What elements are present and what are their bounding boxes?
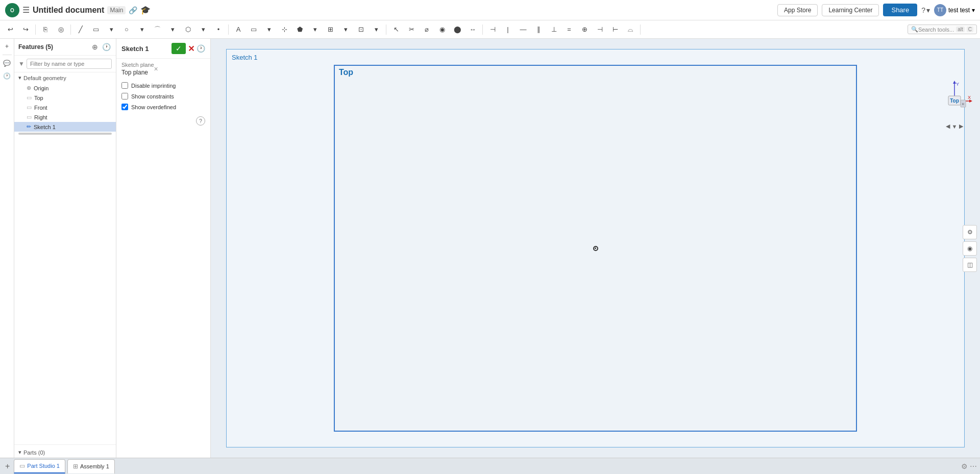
- constraint-fix[interactable]: ⊣: [485, 22, 500, 37]
- app-store-button[interactable]: App Store: [777, 4, 818, 16]
- share-button[interactable]: Share: [883, 4, 917, 16]
- sketch-confirm-button[interactable]: ✓: [172, 43, 186, 54]
- undo-button[interactable]: ↩: [3, 22, 17, 37]
- search-tools[interactable]: 🔍 Search tools... alt C: [908, 24, 977, 34]
- sketch-panel-header: Sketch 1 ✓ ✕ 🕐: [116, 39, 210, 59]
- convert-tool[interactable]: ⬤: [450, 22, 464, 37]
- polyline-dropdown[interactable]: ▾: [196, 22, 210, 37]
- constraint-perp[interactable]: ⊥: [547, 22, 561, 37]
- polyline-tool[interactable]: ⬡: [181, 22, 195, 37]
- slot-dropdown[interactable]: ▾: [262, 22, 276, 37]
- sidebar-item-sketch1[interactable]: ✏ Sketch 1: [14, 122, 116, 132]
- grid-dropdown[interactable]: ▾: [338, 22, 353, 37]
- slot-tool[interactable]: ▭: [247, 22, 261, 37]
- copy-button[interactable]: ⎘: [38, 22, 53, 37]
- style-button[interactable]: ◎: [54, 22, 68, 37]
- view-cube-down-arrow[interactable]: ▼: [952, 123, 958, 130]
- default-geometry-header[interactable]: ▾ Default geometry: [14, 72, 116, 83]
- offset-tool[interactable]: ◉: [435, 22, 449, 37]
- plane-icon-right: ▭: [27, 114, 32, 120]
- rectangle-dropdown[interactable]: ▾: [104, 22, 118, 37]
- centerline-tool[interactable]: ⊹: [277, 22, 291, 37]
- add-feature-button[interactable]: +: [2, 41, 13, 52]
- constraint-tangent[interactable]: ⌓: [623, 22, 638, 37]
- search-input[interactable]: [27, 59, 112, 69]
- grid-tool[interactable]: ⊞: [323, 22, 337, 37]
- tab-assembly-1[interactable]: ⊞ Assembly 1: [67, 459, 115, 473]
- comment-button[interactable]: 💬: [2, 58, 13, 69]
- disable-imprinting-checkbox[interactable]: [121, 82, 128, 89]
- view-cube[interactable]: Y X Top R ◀ ▼ ▶: [934, 80, 975, 131]
- user-name: test test: [948, 7, 970, 14]
- measure-tool[interactable]: ↔: [465, 22, 480, 37]
- redo-button[interactable]: ↪: [18, 22, 33, 37]
- sidebar-item-origin[interactable]: ⊕ Origin: [14, 83, 116, 93]
- constraint-vert[interactable]: |: [501, 22, 515, 37]
- text-tool[interactable]: A: [231, 22, 246, 37]
- constraint-equal[interactable]: =: [562, 22, 576, 37]
- show-overdefined-checkbox[interactable]: [121, 104, 128, 110]
- branch-tag[interactable]: Main: [107, 6, 126, 14]
- view-cube-left-arrow[interactable]: ◀: [946, 123, 950, 130]
- filter-icon: ▼: [18, 60, 24, 67]
- canvas[interactable]: Sketch 1 Top Y X: [211, 39, 980, 458]
- hamburger-menu[interactable]: ☰: [22, 5, 30, 15]
- link-icon[interactable]: 🔗: [129, 6, 137, 14]
- origin-dot: [592, 245, 599, 252]
- disable-imprinting-row[interactable]: Disable imprinting: [121, 80, 205, 91]
- sidebar-header: Features (5) ⊕ 🕐: [14, 39, 116, 56]
- constraint-midpoint[interactable]: ⊣: [593, 22, 607, 37]
- add-tab-button[interactable]: +: [3, 462, 12, 471]
- shape-dropdown[interactable]: ▾: [308, 22, 322, 37]
- svg-text:O: O: [10, 8, 14, 13]
- line-tool[interactable]: ╱: [74, 22, 88, 37]
- circle-dropdown[interactable]: ▾: [135, 22, 149, 37]
- help-button[interactable]: ? ▾: [921, 6, 930, 14]
- sidebar-item-front[interactable]: ▭ Front: [14, 103, 116, 112]
- tab-part-studio-1[interactable]: ▭ Part Studio 1: [14, 459, 65, 473]
- sketch-panel-title: Sketch 1: [121, 45, 169, 53]
- pattern-tool[interactable]: ⊡: [354, 22, 368, 37]
- learning-center-button[interactable]: Learning Center: [822, 4, 879, 16]
- plane-clear-icon[interactable]: ×: [154, 65, 158, 73]
- sidebar-add-button[interactable]: ⊕: [91, 42, 99, 52]
- tab-more-icon[interactable]: ⋯: [970, 462, 977, 470]
- render-settings-button[interactable]: ◉: [963, 241, 977, 256]
- sketch-inner-box: Top: [334, 65, 857, 432]
- section-view-button[interactable]: ◫: [963, 258, 977, 272]
- sketch-cancel-button[interactable]: ✕: [188, 44, 194, 54]
- sidebar-divider: [14, 444, 116, 445]
- constraint-para[interactable]: ∥: [531, 22, 546, 37]
- graduation-cap-icon: 🎓: [140, 5, 151, 15]
- parts-section[interactable]: ▾ Parts (0): [14, 447, 116, 458]
- select-tool[interactable]: ↖: [389, 22, 403, 37]
- arc-tool[interactable]: ⌒: [150, 22, 164, 37]
- parts-label: Parts (0): [23, 450, 45, 456]
- circle-tool[interactable]: ○: [119, 22, 134, 37]
- sidebar-item-right[interactable]: ▭ Right: [14, 112, 116, 122]
- user-menu-button[interactable]: TT test test ▾: [934, 4, 975, 16]
- sketch-history-button[interactable]: 🕐: [197, 44, 205, 53]
- constraint-horiz[interactable]: —: [516, 22, 530, 37]
- show-overdefined-row[interactable]: Show overdefined: [121, 102, 205, 112]
- view-cube-right-arrow[interactable]: ▶: [959, 123, 963, 130]
- constraint-sym[interactable]: ⊢: [608, 22, 622, 37]
- show-constraints-row[interactable]: Show constraints: [121, 91, 205, 102]
- fillet-tool[interactable]: ⌀: [420, 22, 434, 37]
- history-button[interactable]: 🕐: [2, 70, 13, 82]
- rectangle-tool[interactable]: ▭: [89, 22, 103, 37]
- search-icon: 🔍: [911, 26, 918, 33]
- help-circle-button[interactable]: ?: [196, 116, 205, 126]
- view-cube-svg[interactable]: Y X Top R: [934, 80, 975, 120]
- display-settings-button[interactable]: ⚙: [963, 225, 977, 239]
- point-tool[interactable]: •: [211, 22, 226, 37]
- arc-dropdown[interactable]: ▾: [165, 22, 180, 37]
- constraint-coincident[interactable]: ⊕: [577, 22, 592, 37]
- tab-settings-icon[interactable]: ⚙: [961, 462, 968, 470]
- pattern-dropdown[interactable]: ▾: [369, 22, 383, 37]
- sidebar-item-top[interactable]: ▭ Top: [14, 93, 116, 103]
- show-constraints-checkbox[interactable]: [121, 93, 128, 99]
- trim-tool[interactable]: ✂: [404, 22, 419, 37]
- shape-tool[interactable]: ⬟: [292, 22, 307, 37]
- sidebar-history-button[interactable]: 🕐: [101, 42, 112, 52]
